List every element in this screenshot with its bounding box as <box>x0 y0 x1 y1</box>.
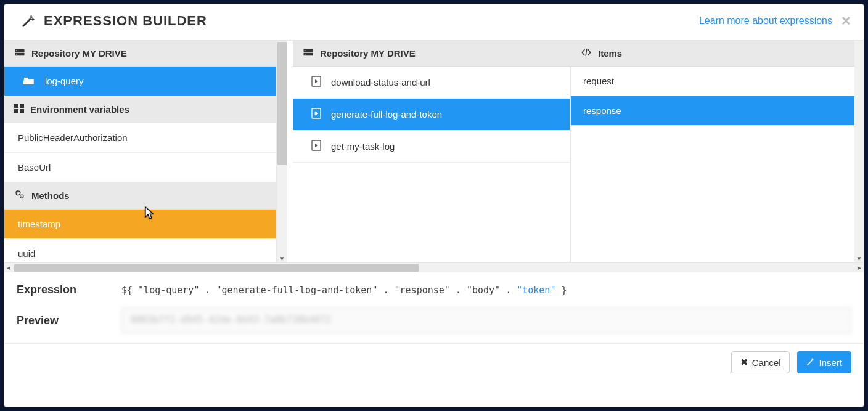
preview-row: Preview 0003bff1-d945-42de-8d43-7a8b738b… <box>4 303 864 343</box>
mid-header-label: Repository MY DRIVE <box>320 48 416 59</box>
section-env: Environment variables <box>4 96 276 123</box>
svg-rect-5 <box>20 109 24 113</box>
method-item-uuid[interactable]: uuid <box>4 239 276 262</box>
svg-marker-17 <box>315 144 318 147</box>
middle-column: Repository MY DRIVE download-status-and-… <box>293 41 571 262</box>
columns: Repository MY DRIVE log-query Environmen… <box>4 41 864 262</box>
gear-icon <box>14 190 25 201</box>
items-response[interactable]: response <box>571 96 854 126</box>
env-item-publicheaderauth[interactable]: PublicHeaderAuthorization <box>4 123 276 153</box>
mid-item-label: get-my-task-log <box>331 141 395 152</box>
preview-value: 0003bff1-d945-42de-8d43-7a8b738b4072 <box>121 307 851 333</box>
section-env-label: Environment variables <box>30 104 129 115</box>
mid-item-generate-token[interactable]: generate-full-log-and-token <box>293 99 570 131</box>
env-item-label: PublicHeaderAuthorization <box>18 132 128 143</box>
file-play-icon <box>311 140 321 153</box>
right-header-label: Items <box>598 48 622 59</box>
expression-label: Expression <box>17 283 97 296</box>
items-request[interactable]: request <box>571 67 854 96</box>
mid-item-label: generate-full-log-and-token <box>331 109 442 120</box>
learn-more-link[interactable]: Learn more about expressions <box>699 15 832 26</box>
drive-icon <box>14 48 25 59</box>
cancel-button-label: Cancel <box>752 357 781 368</box>
env-item-label: BaseUrl <box>18 162 51 173</box>
section-methods: Methods <box>4 182 276 210</box>
wand-icon <box>22 14 35 28</box>
expression-code: ${ "log-query" . "generate-full-log-and-… <box>121 285 567 296</box>
mid-item-download-status[interactable]: download-status-and-url <box>293 67 570 99</box>
svg-point-1 <box>16 54 17 55</box>
mid-item-label: download-status-and-url <box>331 77 430 87</box>
insert-button-label: Insert <box>819 357 842 368</box>
right-column: Items request response <box>571 41 854 262</box>
method-item-label: timestamp <box>18 219 60 229</box>
horizontal-scrollbar[interactable]: ◄ ► <box>4 262 864 272</box>
file-play-icon <box>311 76 321 89</box>
items-label: response <box>583 105 621 116</box>
method-item-timestamp[interactable]: timestamp <box>4 210 276 239</box>
left-scrollbar[interactable]: ▼ <box>277 41 287 262</box>
svg-rect-4 <box>14 109 18 113</box>
modal-footer: ✖ Cancel Insert <box>4 343 864 381</box>
svg-point-11 <box>305 54 306 55</box>
svg-marker-15 <box>315 112 318 115</box>
drive-icon <box>303 48 314 59</box>
right-scrollbar[interactable]: ▼ <box>854 41 864 262</box>
svg-marker-13 <box>315 79 318 83</box>
svg-rect-2 <box>14 104 18 108</box>
section-methods-label: Methods <box>31 190 70 201</box>
mid-header: Repository MY DRIVE <box>293 41 570 67</box>
expression-builder-modal: EXPRESSION BUILDER Learn more about expr… <box>4 4 864 407</box>
file-play-icon <box>311 108 321 121</box>
expression-row: Expression ${ "log-query" . "generate-fu… <box>4 272 864 303</box>
section-repository-label: Repository MY DRIVE <box>31 48 127 59</box>
section-repository: Repository MY DRIVE <box>4 41 276 67</box>
repo-item-log-query[interactable]: log-query <box>4 67 276 96</box>
preview-label: Preview <box>17 314 97 327</box>
browser-area: Repository MY DRIVE log-query Environmen… <box>4 41 864 407</box>
code-icon <box>581 48 592 59</box>
right-header: Items <box>571 41 854 67</box>
left-column: Repository MY DRIVE log-query Environmen… <box>4 41 277 262</box>
svg-rect-3 <box>20 104 24 108</box>
cancel-button[interactable]: ✖ Cancel <box>731 351 790 373</box>
modal-header: EXPRESSION BUILDER Learn more about expr… <box>4 4 864 41</box>
mid-item-get-my-task-log[interactable]: get-my-task-log <box>293 131 570 163</box>
repo-item-label: log-query <box>45 76 84 86</box>
svg-point-7 <box>17 192 18 193</box>
method-item-label: uuid <box>18 248 35 259</box>
modal-title: EXPRESSION BUILDER <box>44 13 207 29</box>
grid-icon <box>14 104 24 115</box>
close-icon[interactable]: ✕ <box>841 14 851 28</box>
items-label: request <box>583 76 614 86</box>
insert-button[interactable]: Insert <box>797 351 851 373</box>
wand-small-icon <box>806 357 815 368</box>
env-item-baseurl[interactable]: BaseUrl <box>4 153 276 182</box>
svg-point-0 <box>16 50 17 51</box>
x-icon: ✖ <box>740 357 748 368</box>
svg-point-10 <box>305 50 306 51</box>
folder-icon <box>23 76 35 86</box>
svg-point-9 <box>22 196 23 197</box>
